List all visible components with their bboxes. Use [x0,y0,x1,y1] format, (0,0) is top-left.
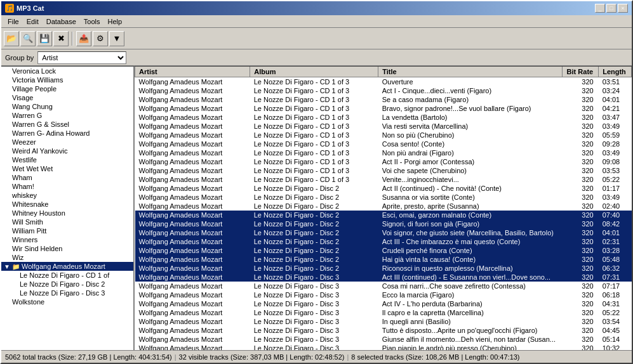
table-row[interactable]: Wolfgang Amadeus MozartLe Nozze Di Figar… [135,131,632,140]
tree-item-wang-chung[interactable]: Wang Chung [1,102,133,111]
groupby-select[interactable]: Artist Album Genre [37,51,126,64]
table-row[interactable]: Wolfgang Amadeus MozartLe Nozze Di Figar… [135,166,632,175]
table-row[interactable]: Wolfgang Amadeus MozartLe Nozze Di Figar… [135,157,632,166]
tracks-table-panel[interactable]: Artist Album Title Bit Rate Length Wolfg… [135,66,632,350]
tree-item-wiz[interactable]: Wiz [1,253,133,262]
table-row[interactable]: Wolfgang Amadeus MozartLe Nozze Di Figar… [135,335,632,344]
table-row[interactable]: Wolfgang Amadeus MozartLe Nozze Di Figar… [135,228,632,237]
cell-artist: Wolfgang Amadeus Mozart [135,264,250,273]
dropdown-button[interactable]: ▼ [109,31,124,46]
tree-item-le-nozze-cd1[interactable]: Le Nozze Di Figaro - CD 1 of [1,271,133,280]
cell-album: Le Nozze Di Figaro - Disc 3 [250,344,378,350]
cell-bitrate: 320 [563,86,599,95]
tree-item-warren-g-sissel[interactable]: Warren G & Sissel [1,120,133,129]
col-header-artist[interactable]: Artist [135,67,250,77]
tree-item-wir-sind-helden[interactable]: Wir Sind Helden [1,244,133,253]
tree-item-will-smith[interactable]: Will Smith [1,218,133,226]
table-row[interactable]: Wolfgang Amadeus MozartLe Nozze Di Figar… [135,193,632,202]
search-button[interactable]: 🔍 [20,31,36,46]
table-row[interactable]: Wolfgang Amadeus MozartLe Nozze Di Figar… [135,273,632,282]
cell-artist: Wolfgang Amadeus Mozart [135,335,250,344]
table-row[interactable]: Wolfgang Amadeus MozartLe Nozze Di Figar… [135,175,632,184]
tree-item-william-pitt[interactable]: William Pitt [1,226,133,235]
table-row[interactable]: Wolfgang Amadeus MozartLe Nozze Di Figar… [135,148,632,157]
cell-artist: Wolfgang Amadeus Mozart [135,122,250,131]
tree-item-victoria-williams[interactable]: Victoria Williams [1,75,133,84]
tree-item-le-nozze-cd3[interactable]: Le Nozze Di Figaro - Disc 3 [1,289,133,297]
table-row[interactable]: Wolfgang Amadeus MozartLe Nozze Di Figar… [135,86,632,95]
maximize-button[interactable]: □ [606,4,616,13]
cell-title: Act III (continued) - E Susanna non vier… [378,273,563,282]
table-row[interactable]: Wolfgang Amadeus MozartLe Nozze Di Figar… [135,282,632,290]
table-row[interactable]: Wolfgang Amadeus MozartLe Nozze Di Figar… [135,246,632,255]
tree-item-whitney-houston[interactable]: Whitney Houston [1,209,133,218]
menu-edit[interactable]: Edit [23,16,43,27]
table-row[interactable]: Wolfgang Amadeus MozartLe Nozze Di Figar… [135,211,632,219]
tree-item-wolkstone[interactable]: Wolkstone [1,297,133,306]
cell-length: 09:08 [599,157,632,166]
menu-file[interactable]: File [4,16,23,27]
cell-album: Le Nozze Di Figaro - Disc 3 [250,290,378,299]
settings-button[interactable]: ⚙ [93,31,108,46]
table-row[interactable]: Wolfgang Amadeus MozartLe Nozze Di Figar… [135,184,632,193]
tree-item-westlife[interactable]: Westlife [1,155,133,164]
tree-item-wham2[interactable]: Wham! [1,182,133,191]
table-row[interactable]: Wolfgang Amadeus MozartLe Nozze Di Figar… [135,237,632,246]
tree-item-whiskey[interactable]: whiskey [1,191,133,200]
col-header-title[interactable]: Title [378,67,563,77]
table-row[interactable]: Wolfgang Amadeus MozartLe Nozze Di Figar… [135,299,632,308]
cell-length: 10:32 [599,344,632,350]
table-row[interactable]: Wolfgang Amadeus MozartLe Nozze Di Figar… [135,308,632,317]
tree-item-wet-wet-wet[interactable]: Wet Wet Wet [1,164,133,173]
table-row[interactable]: Wolfgang Amadeus MozartLe Nozze Di Figar… [135,77,632,87]
tree-item-veronica-lock[interactable]: Veronica Lock [1,67,133,75]
menu-tools[interactable]: Tools [80,16,104,27]
menu-database[interactable]: Database [43,16,80,27]
tree-item-warren-g-adina[interactable]: Warren G- Adina Howard [1,129,133,138]
main-content-area: Veronica Lock Victoria Williams Village … [1,66,632,350]
table-row[interactable]: Wolfgang Amadeus MozartLe Nozze Di Figar… [135,122,632,131]
cell-title: Venite...inginocchiatevi... [378,175,563,184]
table-row[interactable]: Wolfgang Amadeus MozartLe Nozze Di Figar… [135,290,632,299]
open-button[interactable]: 📂 [4,31,19,46]
tree-item-village-people[interactable]: Village People [1,84,133,93]
table-row[interactable]: Wolfgang Amadeus MozartLe Nozze Di Figar… [135,255,632,264]
col-header-bitrate[interactable]: Bit Rate [563,67,599,77]
cell-album: Le Nozze Di Figaro - Disc 2 [250,246,378,255]
tree-item-whitesnake[interactable]: Whitesnake [1,200,133,209]
close-button[interactable]: × [618,4,628,13]
save-button[interactable]: 💾 [37,31,52,46]
table-row[interactable]: Wolfgang Amadeus MozartLe Nozze Di Figar… [135,326,632,335]
table-row[interactable]: Wolfgang Amadeus MozartLe Nozze Di Figar… [135,317,632,326]
delete-button[interactable]: ✖ [53,31,69,46]
cell-artist: Wolfgang Amadeus Mozart [135,290,250,299]
tree-item-wham[interactable]: Wham [1,173,133,182]
tree-item-warren-g[interactable]: Warren G [1,111,133,120]
table-row[interactable]: Wolfgang Amadeus MozartLe Nozze Di Figar… [135,113,632,122]
tree-item-weezer[interactable]: Weezer [1,138,133,146]
export-button[interactable]: 📤 [76,31,91,46]
cell-artist: Wolfgang Amadeus Mozart [135,193,250,202]
table-row[interactable]: Wolfgang Amadeus MozartLe Nozze Di Figar… [135,344,632,350]
col-header-album[interactable]: Album [250,67,378,77]
table-row[interactable]: Wolfgang Amadeus MozartLe Nozze Di Figar… [135,219,632,228]
tree-item-weird-al[interactable]: Weird Al Yankovic [1,146,133,155]
minimize-button[interactable]: _ [595,4,605,13]
tree-item-le-nozze-cd2[interactable]: Le Nozze Di Figaro - Disc 2 [1,280,133,289]
cell-artist: Wolfgang Amadeus Mozart [135,255,250,264]
tree-item-wolfgang[interactable]: ▼ 📁 Wolfgang Amadeus Mozart [1,262,133,271]
col-header-length[interactable]: Length [599,67,632,77]
table-row[interactable]: Wolfgang Amadeus MozartLe Nozze Di Figar… [135,202,632,211]
cell-length: 05:59 [599,131,632,140]
cell-title: Bravo, signor padrone!...Se vuol ballare… [378,104,563,113]
cell-artist: Wolfgang Amadeus Mozart [135,228,250,237]
table-row[interactable]: Wolfgang Amadeus MozartLe Nozze Di Figar… [135,95,632,104]
menu-help[interactable]: Help [103,16,126,27]
title-bar-controls[interactable]: _ □ × [595,4,628,13]
table-row[interactable]: Wolfgang Amadeus MozartLe Nozze Di Figar… [135,264,632,273]
tree-item-visage[interactable]: Visage [1,93,133,102]
tree-item-winners[interactable]: Winners [1,235,133,244]
table-header-row: Artist Album Title Bit Rate Length [135,67,632,77]
table-row[interactable]: Wolfgang Amadeus MozartLe Nozze Di Figar… [135,104,632,113]
table-row[interactable]: Wolfgang Amadeus MozartLe Nozze Di Figar… [135,140,632,148]
